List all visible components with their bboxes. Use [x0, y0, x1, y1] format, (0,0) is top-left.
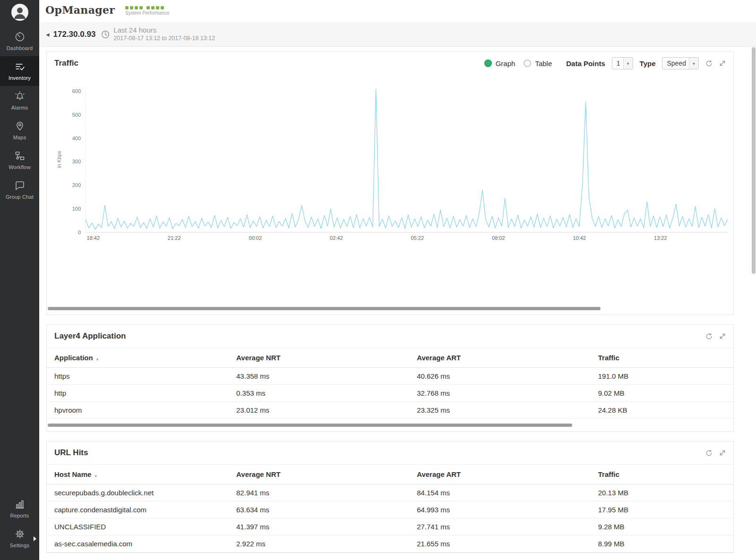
column-header-application[interactable]: Application▲ [47, 348, 229, 368]
time-range[interactable]: Last 24 hours 2017-08-17 13:12 to 2017-0… [113, 26, 215, 42]
expand-icon [719, 333, 726, 339]
expand-button[interactable] [719, 450, 726, 456]
column-header-avg-nrt[interactable]: Average NRT [229, 465, 409, 484]
refresh-button[interactable] [705, 333, 713, 340]
svg-text:600: 600 [72, 88, 81, 94]
system-performance: System Performance [125, 5, 169, 16]
dashboard-icon [14, 31, 26, 42]
table-radio[interactable] [524, 59, 531, 67]
sidebar-item-dashboard[interactable]: Dashboard [0, 26, 39, 56]
sidebar-item-label: Settings [10, 543, 29, 548]
workflow-icon [14, 150, 26, 161]
gear-icon [14, 528, 26, 540]
svg-text:18:42: 18:42 [87, 235, 100, 241]
clock-icon [101, 30, 110, 39]
cell-application: hpvroom [47, 402, 229, 419]
traffic-line-chart: 0100200300400500600in Kbps18:4221:2200:0… [47, 75, 733, 245]
inventory-icon [14, 61, 26, 72]
refresh-button[interactable] [705, 450, 713, 457]
sidebar-item-reports[interactable]: Reports [0, 494, 39, 524]
cell-avg-nrt: 43.358 ms [229, 368, 409, 385]
type-label: Type [640, 59, 656, 68]
column-header-host-name[interactable]: Host Name▲ [47, 465, 229, 484]
column-header-traffic[interactable]: Traffic [591, 348, 733, 368]
top-bar: OpManager System Performance [39, 0, 756, 22]
view-toggle: Graph Table [484, 59, 557, 68]
expand-icon [719, 450, 726, 456]
column-header-avg-art[interactable]: Average ART [409, 348, 591, 368]
cell-avg-art: 27.741 ms [409, 518, 591, 535]
app-logo: OpManager [45, 4, 115, 16]
svg-text:100: 100 [72, 206, 81, 212]
horizontal-scrollbar[interactable] [48, 424, 572, 427]
svg-text:500: 500 [72, 112, 81, 118]
cell-application: http [47, 385, 229, 402]
device-header-bar: ◂ 172.30.0.93 Last 24 hours 2017-08-17 1… [39, 22, 756, 47]
svg-text:05:22: 05:22 [411, 235, 424, 241]
time-range-detail: 2017-08-17 13:12 to 2017-08-18 13:12 [113, 35, 215, 42]
cell-avg-art: 40.626 ms [409, 368, 591, 385]
sidebar-item-inventory[interactable]: Inventory [0, 56, 39, 86]
cell-application: https [47, 368, 229, 385]
column-header-traffic[interactable]: Traffic [591, 465, 733, 484]
svg-text:0: 0 [78, 229, 81, 235]
vertical-scrollbar[interactable] [752, 47, 756, 274]
svg-text:21:22: 21:22 [168, 235, 181, 241]
data-points-label: Data Points [566, 59, 605, 68]
panel-title: Traffic [54, 59, 78, 68]
table-header-row: Host Name▲ Average NRT Average ART Traff… [47, 465, 733, 484]
cell-avg-art: 32.768 ms [409, 385, 591, 402]
svg-text:02:42: 02:42 [330, 235, 343, 241]
url-hits-panel: URL Hits [46, 441, 734, 553]
svg-text:10:42: 10:42 [573, 235, 586, 241]
table-row: UNCLASSIFIED 41.397 ms 27.741 ms 9.28 MB [47, 518, 733, 535]
refresh-icon [705, 333, 713, 340]
chat-bubble-icon [14, 180, 26, 191]
device-ip: 172.30.0.93 [53, 30, 96, 39]
sidebar-item-label: Alarms [11, 105, 28, 110]
submenu-arrow-icon [34, 536, 36, 541]
performance-dots-icon [125, 5, 169, 9]
expand-button[interactable] [719, 333, 726, 339]
refresh-button[interactable] [705, 60, 713, 67]
table-row: hpvroom 23.012 ms 23.325 ms 24.28 KB [47, 402, 733, 419]
svg-text:00:02: 00:02 [249, 235, 262, 241]
svg-text:08:02: 08:02 [492, 235, 505, 241]
horizontal-scrollbar[interactable] [48, 307, 601, 310]
panel-title: URL Hits [54, 448, 88, 458]
url-hits-table: Host Name▲ Average NRT Average ART Traff… [47, 464, 733, 552]
sidebar-item-workflow[interactable]: Workflow [0, 145, 39, 175]
data-points-value: 1 [617, 59, 620, 67]
sidebar-item-group-chat[interactable]: Group Chat [0, 175, 39, 205]
cell-host-name: capture.condenastdigital.com [47, 501, 229, 518]
cell-traffic: 191.0 MB [591, 368, 733, 385]
sidebar-item-maps[interactable]: Maps [0, 116, 39, 145]
svg-text:13:22: 13:22 [654, 235, 667, 241]
user-avatar[interactable] [11, 4, 28, 21]
column-header-avg-nrt[interactable]: Average NRT [229, 348, 409, 368]
table-row: capture.condenastdigital.com 63.634 ms 6… [47, 501, 733, 518]
expand-button[interactable] [719, 60, 726, 67]
sidebar-item-settings[interactable]: Settings [0, 524, 39, 553]
graph-radio[interactable] [484, 59, 492, 67]
layer4-table: Application▲ Average NRT Average ART Tra… [47, 348, 733, 419]
type-dropdown[interactable]: Speed ▾ [662, 57, 699, 69]
back-arrow-icon[interactable]: ◂ [46, 30, 50, 39]
cell-host-name: UNCLASSIFIED [47, 518, 229, 535]
svg-text:300: 300 [72, 159, 81, 164]
time-range-label: Last 24 hours [113, 26, 215, 35]
sidebar-item-alarms[interactable]: Alarms [0, 86, 39, 116]
data-points-dropdown[interactable]: 1 ▾ [612, 57, 633, 69]
person-icon [11, 4, 28, 21]
expand-icon [719, 60, 726, 67]
graph-radio-label: Graph [496, 59, 515, 68]
table-header-row: Application▲ Average NRT Average ART Tra… [47, 348, 733, 368]
cell-traffic: 20.13 MB [591, 484, 733, 501]
cell-traffic: 17.95 MB [591, 501, 733, 518]
column-header-avg-art[interactable]: Average ART [409, 465, 591, 484]
sort-asc-icon: ▲ [94, 473, 98, 478]
svg-text:200: 200 [72, 182, 81, 188]
sidebar-item-label: Maps [13, 135, 26, 140]
layer4-panel: Layer4 Application [46, 324, 734, 432]
chart-filler [47, 246, 733, 307]
